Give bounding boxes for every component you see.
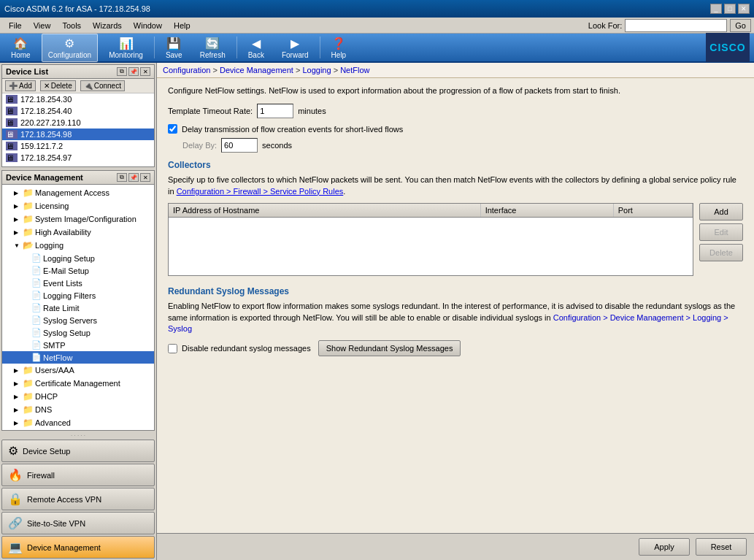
close-button[interactable]: ✕ xyxy=(738,4,750,14)
help-button[interactable]: ❓ Help xyxy=(325,34,353,62)
minimize-button[interactable]: _ xyxy=(710,4,722,14)
list-item[interactable]: 🖥 172.18.254.40 xyxy=(2,105,154,117)
add-icon: ➕ xyxy=(9,82,18,90)
breadcrumb-sep-2: > xyxy=(296,66,302,74)
service-policy-rules-link[interactable]: Configuration > Firewall > Service Polic… xyxy=(177,187,344,196)
device-list-float-button[interactable]: ⧉ xyxy=(117,67,127,76)
bottom-bar: Apply Reset xyxy=(157,533,754,560)
tree-item-system-image[interactable]: ▶ 📁 System Image/Configuration xyxy=(2,212,154,226)
device-list-header-controls[interactable]: ⧉ 📌 ✕ xyxy=(117,67,150,76)
home-button[interactable]: 🏠 Home xyxy=(4,34,37,62)
tree-item-certificate-mgmt[interactable]: ▶ 📁 Certificate Management xyxy=(2,377,154,390)
list-item[interactable]: 🖥 172.18.254.97 xyxy=(2,152,154,164)
redundant-controls: Disable redundant syslog messages Show R… xyxy=(168,340,743,356)
menu-view[interactable]: View xyxy=(28,20,57,31)
tree-item-rate-limit[interactable]: 📄 Rate Limit xyxy=(2,302,154,314)
apply-button[interactable]: Apply xyxy=(639,538,690,556)
device-mgmt-float-button[interactable]: ⧉ xyxy=(117,173,127,182)
menu-wizards[interactable]: Wizards xyxy=(87,20,128,31)
tree-item-high-availability[interactable]: ▶ 📁 High Availability xyxy=(2,226,154,239)
nav-device-management[interactable]: 💻 Device Management xyxy=(1,536,155,559)
device-icon: 🖥 xyxy=(6,142,18,150)
device-list-toolbar: ➕ Add ✕ Delete 🔌 Connect xyxy=(2,79,154,93)
save-button[interactable]: 💾 Save xyxy=(159,34,189,62)
device-list-close-button[interactable]: ✕ xyxy=(140,67,150,76)
list-item[interactable]: 🖥 172.18.254.30 xyxy=(2,93,154,105)
tree-item-logging-filters[interactable]: 📄 Logging Filters xyxy=(2,289,154,302)
nav-remote-access-vpn[interactable]: 🔒 Remote Access VPN xyxy=(1,488,155,510)
device-mgmt-close-button[interactable]: ✕ xyxy=(140,173,150,182)
add-device-button[interactable]: ➕ Add xyxy=(5,80,36,91)
template-timeout-input[interactable] xyxy=(257,104,293,118)
menu-file[interactable]: File xyxy=(3,20,28,31)
menu-tools[interactable]: Tools xyxy=(56,20,87,31)
tree-item-logging[interactable]: ▼ 📂 Logging xyxy=(2,239,154,252)
nav-firewall[interactable]: 🔥 Firewall xyxy=(1,464,155,486)
nav-site-to-site-vpn[interactable]: 🔗 Site-to-Site VPN xyxy=(1,512,155,534)
forward-button[interactable]: ▶ Forward xyxy=(275,34,315,62)
list-item[interactable]: 🖥 159.121.7.2 xyxy=(2,140,154,152)
delay-checkbox[interactable] xyxy=(168,124,177,134)
content-description: Configure NetFlow settings. NetFlow is u… xyxy=(168,85,743,96)
monitoring-icon: 📊 xyxy=(119,37,134,50)
tree-item-users-aaa[interactable]: ▶ 📁 Users/AAA xyxy=(2,364,154,377)
tree-item-licensing[interactable]: ▶ 📁 Licensing xyxy=(2,199,154,212)
device-mgmt-header-controls[interactable]: ⧉ 📌 ✕ xyxy=(117,173,150,182)
tree-item-email-setup[interactable]: 📄 E-Mail Setup xyxy=(2,264,154,277)
forward-icon: ▶ xyxy=(291,37,299,50)
tree-item-event-lists[interactable]: 📄 Event Lists xyxy=(2,277,154,289)
device-list-header: Device List ⧉ 📌 ✕ xyxy=(2,65,154,79)
configuration-button[interactable]: ⚙ Configuration xyxy=(42,34,98,62)
tree-item-syslog-setup[interactable]: 📄 Syslog Setup xyxy=(2,326,154,339)
collectors-delete-button[interactable]: Delete xyxy=(699,244,743,261)
tree-folder-icon: 📁 xyxy=(23,201,34,211)
back-button[interactable]: ◀ Back xyxy=(242,34,271,62)
disable-redundant-checkbox[interactable] xyxy=(168,344,177,353)
breadcrumb-logging[interactable]: Logging xyxy=(302,66,331,74)
maximize-button[interactable]: □ xyxy=(724,4,736,14)
device-list-title: Device List xyxy=(6,67,48,76)
delay-by-input[interactable] xyxy=(221,138,258,153)
look-for-input[interactable] xyxy=(625,19,727,32)
device-mgmt-pin-button[interactable]: 📌 xyxy=(128,173,139,182)
menu-help[interactable]: Help xyxy=(168,20,196,31)
title-bar-controls[interactable]: _ □ ✕ xyxy=(710,4,750,14)
collectors-add-button[interactable]: Add xyxy=(699,203,743,220)
template-timeout-row: Template Timeout Rate: minutes xyxy=(168,104,743,118)
tree-folder-icon: 📁 xyxy=(23,188,34,198)
show-redundant-button[interactable]: Show Redundant Syslog Messages xyxy=(318,340,461,356)
left-panel: Device List ⧉ 📌 ✕ ➕ Add ✕ Delete 🔌 xyxy=(0,63,157,560)
reset-button[interactable]: Reset xyxy=(696,538,747,556)
tree-item-advanced[interactable]: ▶ 📁 Advanced xyxy=(2,416,154,429)
collectors-table: IP Address of Hostname Interface Port xyxy=(169,204,693,218)
tree-item-icon: 📄 xyxy=(31,266,42,275)
tree-item-icon: 📄 xyxy=(31,303,42,312)
resize-handle[interactable]: · · · · · xyxy=(0,432,156,438)
monitoring-button[interactable]: 📊 Monitoring xyxy=(102,34,150,62)
connect-device-button[interactable]: 🔌 Connect xyxy=(80,80,125,91)
list-item[interactable]: 🖥 220.227.219.110 xyxy=(2,117,154,129)
collectors-edit-button[interactable]: Edit xyxy=(699,223,743,241)
nav-device-setup[interactable]: ⚙ Device Setup xyxy=(1,440,155,462)
delete-device-button[interactable]: ✕ Delete xyxy=(40,80,76,91)
refresh-button[interactable]: 🔄 Refresh xyxy=(193,34,232,62)
disable-redundant-row: Disable redundant syslog messages xyxy=(168,344,311,353)
tree-container: ▶ 📁 Management Access ▶ 📁 Licensing ▶ 📁 … xyxy=(2,185,154,430)
tree-collapse-icon: ▼ xyxy=(14,242,21,249)
tree-item-smtp[interactable]: 📄 SMTP xyxy=(2,339,154,351)
tree-item-management-access[interactable]: ▶ 📁 Management Access xyxy=(2,186,154,199)
tree-item-logging-setup[interactable]: 📄 Logging Setup xyxy=(2,252,154,264)
tree-item-syslog-servers[interactable]: 📄 Syslog Servers xyxy=(2,314,154,326)
menu-window[interactable]: Window xyxy=(128,20,168,31)
tree-item-dns[interactable]: ▶ 📁 DNS xyxy=(2,403,154,416)
tree-item-netflow[interactable]: 📄 NetFlow xyxy=(2,351,154,364)
list-item[interactable]: 🖥 172.18.254.98 xyxy=(2,129,154,140)
tree-item-icon: 📄 xyxy=(31,353,42,362)
col-header-port: Port xyxy=(613,204,692,218)
breadcrumb-configuration[interactable]: Configuration xyxy=(163,66,210,74)
device-list-pin-button[interactable]: 📌 xyxy=(128,67,139,76)
go-button[interactable]: Go xyxy=(730,19,751,32)
tree-item-dhcp[interactable]: ▶ 📁 DHCP xyxy=(2,390,154,403)
tree-expand-icon: ▶ xyxy=(14,380,21,387)
breadcrumb-device-management[interactable]: Device Management xyxy=(220,66,293,74)
